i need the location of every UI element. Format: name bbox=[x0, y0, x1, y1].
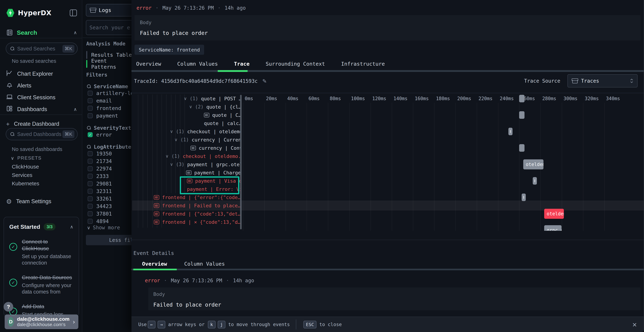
create-dashboard-button[interactable]: + Create Dashboard bbox=[6, 118, 77, 130]
user-menu[interactable]: D dale@clickhouse.com dale@clickhouse.co… bbox=[5, 314, 78, 329]
event-search-input[interactable]: Search your e bbox=[86, 20, 132, 35]
trace-span-row[interactable]: ∨(1)checkout | oteldemo.Pa…oteldem bbox=[132, 152, 644, 160]
search-icon[interactable] bbox=[87, 145, 91, 149]
esc-key[interactable]: ESC bbox=[304, 321, 316, 328]
preset-item-kubernetes[interactable]: Kubernetes bbox=[12, 180, 39, 186]
trace-span-row[interactable]: ∨(2)quote | {cl… bbox=[132, 103, 644, 111]
chevron-up-icon[interactable]: ∧ bbox=[70, 224, 73, 230]
tab-trace[interactable]: Trace bbox=[234, 60, 250, 68]
checklist-item[interactable]: ✓Connect to ClickHouseSet up your databa… bbox=[9, 238, 73, 266]
filter-option-2333[interactable]: 2333 bbox=[88, 173, 109, 179]
trace-span-row[interactable]: currency | Conv… bbox=[132, 144, 644, 152]
show-more-toggle[interactable]: ∨ Show more bbox=[87, 225, 120, 230]
checkbox[interactable] bbox=[88, 113, 93, 118]
filter-option-19350[interactable]: 19350 bbox=[88, 150, 112, 157]
filter-option-29081[interactable]: 29081 bbox=[88, 181, 112, 187]
sidebar-item-chart-explorer[interactable]: Chart Explorer bbox=[6, 68, 77, 80]
checkbox[interactable] bbox=[88, 219, 93, 224]
checkbox[interactable] bbox=[88, 204, 93, 209]
service-name-chip[interactable]: ServiceName: frontend bbox=[134, 45, 204, 55]
sidebar-item-client-sessions[interactable]: Client Sessions bbox=[6, 92, 77, 103]
ed-tab-column-values[interactable]: Column Values bbox=[184, 260, 225, 268]
ed-tab-overview[interactable]: Overview bbox=[142, 260, 168, 268]
trace-span-row[interactable]: frontend | {"code":13,"det… bbox=[132, 210, 644, 218]
sidebar-item-team-settings[interactable]: ⚙ Team Settings bbox=[6, 196, 77, 207]
trace-span-row[interactable]: ∨(3)payment | grpc.oteld…grpc.o bbox=[132, 160, 644, 168]
search-icon[interactable] bbox=[87, 84, 91, 88]
checkbox[interactable] bbox=[88, 106, 93, 111]
chevron-down-icon[interactable]: ∨ bbox=[170, 162, 173, 167]
saved-searches-input[interactable]: Saved Searches ⌘K bbox=[6, 42, 78, 55]
saved-dashboards-input[interactable]: Saved Dashboards ⌘K bbox=[6, 128, 78, 140]
checklist-item[interactable]: ✓Create Data SourcesConfigure where your… bbox=[9, 274, 73, 295]
chevron-up-icon[interactable]: ∧ bbox=[74, 30, 77, 35]
trace-span-row[interactable]: quote | calc… bbox=[132, 119, 644, 127]
search-icon[interactable] bbox=[87, 126, 91, 130]
chevron-down-icon[interactable]: ∨ bbox=[189, 104, 192, 109]
checkbox-checked[interactable]: ✓ bbox=[88, 132, 93, 137]
checkbox[interactable] bbox=[88, 181, 93, 186]
checkbox[interactable] bbox=[88, 91, 93, 96]
checkbox[interactable] bbox=[88, 98, 93, 103]
filter-option-21734[interactable]: 21734 bbox=[88, 158, 112, 164]
filter-option-email[interactable]: email bbox=[88, 98, 112, 104]
filter-option-33261[interactable]: 33261 bbox=[88, 196, 112, 202]
chevron-down-icon[interactable]: ∨ bbox=[166, 154, 169, 159]
less-filters-button[interactable]: Less fil bbox=[86, 235, 132, 245]
filter-option-artillery-loa[interactable]: artillery-loa bbox=[88, 90, 132, 96]
tab-column-values[interactable]: Column Values bbox=[177, 60, 218, 68]
tab-infrastructure[interactable]: Infrastructure bbox=[341, 60, 385, 68]
trace-span-row[interactable]: ∨(1)checkout | oteldemo.…oteldem bbox=[132, 127, 644, 136]
k-key[interactable]: k bbox=[208, 321, 216, 328]
span-bar[interactable] bbox=[519, 95, 524, 102]
scrollbar[interactable] bbox=[240, 95, 242, 229]
event-timestamp: May 26 7:13:26 PM bbox=[171, 278, 222, 284]
source-select-button[interactable]: Logs bbox=[86, 4, 132, 16]
trace-span-row[interactable]: frontend | Failed to place… bbox=[132, 202, 644, 210]
filter-option-37801[interactable]: 37801 bbox=[88, 211, 112, 217]
checkbox[interactable] bbox=[88, 174, 93, 179]
checkbox[interactable] bbox=[88, 159, 93, 164]
trace-span-row[interactable]: quote | C… bbox=[132, 111, 644, 119]
preset-item-clickhouse[interactable]: ClickHouse bbox=[12, 164, 39, 170]
checkbox[interactable] bbox=[88, 151, 93, 156]
arrow-right-key[interactable]: → bbox=[158, 321, 165, 328]
trace-span-row[interactable]: frontend | {"error":{"code… bbox=[132, 193, 644, 202]
trace-source-select[interactable]: Traces bbox=[568, 74, 638, 88]
preset-item-services[interactable]: Services bbox=[12, 172, 32, 178]
help-button[interactable]: ? bbox=[4, 302, 13, 312]
filter-option-4894[interactable]: 4894 bbox=[88, 218, 109, 224]
checkbox[interactable] bbox=[88, 166, 93, 171]
filter-group-label: SeverityText bbox=[94, 125, 131, 131]
filter-option-32311[interactable]: 32311 bbox=[88, 188, 112, 194]
chevron-down-icon[interactable]: ∨ bbox=[184, 96, 187, 101]
separator-dot: · bbox=[226, 278, 229, 284]
arrow-left-key[interactable]: ← bbox=[148, 321, 156, 328]
tab-overview[interactable]: Overview bbox=[136, 60, 162, 68]
sidebar-item-dashboards[interactable]: Dashboards∧ bbox=[6, 104, 77, 115]
analysis-mode-event-patterns[interactable]: Event Patterns bbox=[86, 60, 132, 68]
checkbox[interactable] bbox=[88, 189, 93, 194]
trace-span-row[interactable]: payment | Charge … bbox=[132, 168, 644, 177]
span-count: (3) bbox=[176, 162, 184, 167]
chevron-down-icon[interactable]: ∨ bbox=[174, 137, 178, 142]
trace-span-row[interactable]: frontend | × {"code":13,"d… bbox=[132, 218, 644, 226]
trace-span-row[interactable]: ∨(1)quote | POST … bbox=[132, 94, 644, 103]
checkbox[interactable] bbox=[88, 211, 93, 216]
filter-option-error[interactable]: ✓error bbox=[88, 132, 112, 138]
sidebar-item-search[interactable]: Search ∧ bbox=[6, 27, 77, 38]
checkbox[interactable] bbox=[88, 196, 93, 201]
chevron-down-icon[interactable]: ∨ bbox=[170, 129, 173, 134]
j-key[interactable]: j bbox=[218, 321, 226, 328]
filter-option-payment[interactable]: payment bbox=[88, 113, 118, 119]
edit-pencil-icon[interactable]: ✎ bbox=[262, 78, 267, 84]
close-icon[interactable]: × bbox=[632, 320, 637, 329]
tab-surrounding-context[interactable]: Surrounding Context bbox=[265, 60, 326, 68]
trace-span-row[interactable]: ∨(1)currency | Currenc… bbox=[132, 136, 644, 144]
sidebar-item-alerts[interactable]: Alerts bbox=[6, 80, 77, 91]
filter-option-34423[interactable]: 34423 bbox=[88, 203, 112, 209]
collapse-sidebar-icon[interactable] bbox=[70, 10, 77, 16]
filter-option-frontend[interactable]: frontend bbox=[88, 105, 121, 111]
presets-toggle[interactable]: ∨ PRESETS bbox=[11, 155, 42, 161]
filter-option-22974[interactable]: 22974 bbox=[88, 166, 112, 172]
